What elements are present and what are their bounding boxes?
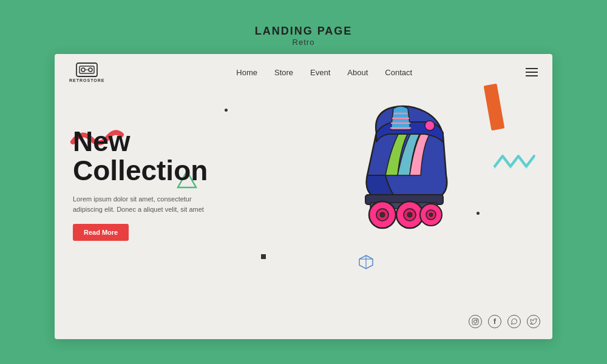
hamburger-menu[interactable]	[526, 68, 538, 76]
nav-contact[interactable]: Contact	[385, 68, 412, 77]
svg-point-18	[380, 212, 385, 217]
page-subtitle: Retro	[255, 38, 353, 47]
social-icons: f	[469, 315, 540, 328]
nav-links: Home Store Event About Contact	[123, 68, 526, 77]
deco-zigzag	[492, 151, 540, 172]
skate-illustration	[340, 96, 480, 242]
svg-point-24	[429, 213, 433, 217]
read-more-button[interactable]: Read More	[73, 224, 129, 241]
navbar: RETROSTORE Home Store Event About Contac…	[55, 54, 552, 90]
skate-svg	[340, 96, 473, 236]
twitter-icon[interactable]	[527, 315, 540, 328]
hero-text: New Collection Lorem ipsum dolor sit ame…	[73, 127, 219, 241]
deco-dot1	[225, 109, 228, 112]
logo-text: RETROSTORE	[69, 78, 105, 83]
nav-about[interactable]: About	[347, 68, 368, 77]
instagram-icon[interactable]	[469, 315, 482, 328]
page-title: LANDING PAGE	[255, 25, 353, 38]
nav-store[interactable]: Store	[274, 68, 293, 77]
deco-square1	[261, 254, 266, 259]
nav-event[interactable]: Event	[310, 68, 330, 77]
deco-orange-rect	[484, 84, 505, 131]
whatsapp-icon[interactable]	[507, 315, 521, 328]
page-header: LANDING PAGE Retro	[255, 25, 353, 47]
svg-point-27	[476, 320, 477, 320]
hero-heading: New Collection	[73, 127, 219, 186]
hero-section: New Collection Lorem ipsum dolor sit ame…	[55, 90, 552, 339]
landing-card: RETROSTORE Home Store Event About Contac…	[55, 54, 552, 339]
svg-point-21	[407, 212, 412, 217]
logo-area: RETROSTORE	[69, 62, 105, 83]
deco-cube	[358, 254, 374, 270]
svg-point-3	[89, 68, 92, 72]
nav-home[interactable]: Home	[236, 68, 257, 77]
svg-point-13	[425, 121, 435, 130]
svg-point-2	[81, 68, 85, 72]
hero-description: Lorem ipsum dolor sit amet, consectetur …	[73, 194, 219, 215]
svg-rect-25	[472, 318, 478, 325]
svg-point-26	[474, 320, 477, 323]
facebook-icon[interactable]: f	[488, 315, 501, 328]
logo-icon	[76, 62, 98, 77]
